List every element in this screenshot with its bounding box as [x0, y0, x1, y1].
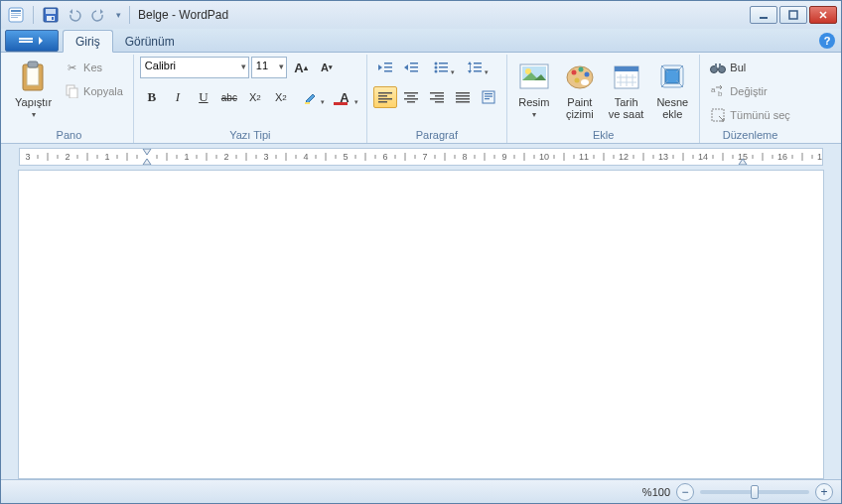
shrink-font-button[interactable]: A▾: [315, 57, 339, 78]
zoom-out-button[interactable]: −: [676, 483, 694, 501]
svg-text:2: 2: [223, 152, 228, 162]
horizontal-ruler[interactable]: 3211234567891011121314151617: [19, 148, 823, 166]
svg-rect-41: [404, 98, 418, 100]
minimize-button[interactable]: [750, 6, 777, 24]
copy-button[interactable]: Kopyala: [60, 80, 127, 102]
svg-rect-47: [456, 92, 470, 94]
insert-picture-button[interactable]: Resim ▾: [513, 57, 555, 121]
svg-text:4: 4: [303, 152, 308, 162]
svg-text:9: 9: [501, 152, 506, 162]
underline-button[interactable]: U: [192, 86, 215, 108]
svg-rect-2: [11, 13, 21, 14]
svg-text:12: 12: [619, 152, 629, 162]
svg-rect-46: [435, 101, 444, 103]
svg-rect-30: [439, 70, 448, 72]
align-center-button[interactable]: [399, 86, 423, 108]
tab-view[interactable]: Görünüm: [113, 31, 187, 52]
copy-icon: [64, 83, 79, 99]
qat-customize-icon[interactable]: ▾: [111, 4, 125, 26]
scissors-icon: ✂: [64, 60, 79, 75]
insert-paint-button[interactable]: Paint çizimi: [559, 57, 601, 122]
svg-text:3: 3: [25, 152, 30, 162]
insert-object-button[interactable]: Nesne ekle: [651, 57, 693, 122]
svg-text:1: 1: [184, 152, 189, 162]
calendar-icon: [611, 61, 642, 92]
svg-text:13: 13: [658, 152, 668, 162]
replace-icon: ab: [710, 83, 726, 99]
strikethrough-button[interactable]: abc: [217, 86, 241, 108]
undo-icon[interactable]: [64, 4, 85, 26]
svg-rect-6: [46, 9, 56, 14]
svg-point-62: [574, 78, 579, 83]
svg-rect-43: [430, 92, 444, 94]
paragraph-dialog-button[interactable]: [477, 86, 500, 108]
clipboard-icon: [18, 61, 50, 92]
align-justify-button[interactable]: [451, 86, 475, 108]
group-paragraph: ▾ ▾ Paragraf: [367, 55, 507, 143]
insert-date-button[interactable]: Tarih ve saat: [605, 57, 647, 122]
redo-icon[interactable]: [87, 4, 109, 26]
help-icon[interactable]: ?: [819, 33, 835, 49]
chevron-down-icon: ▾: [532, 110, 536, 119]
file-tab[interactable]: [5, 30, 59, 52]
document-page[interactable]: [18, 170, 824, 479]
svg-rect-11: [19, 38, 33, 40]
find-button[interactable]: Bul: [706, 57, 794, 78]
font-color-button[interactable]: A ▾: [329, 86, 360, 108]
app-window: ▾ Belge - WordPad Giriş Görünüm ?: [0, 0, 842, 504]
group-label-clipboard: Pano: [11, 128, 127, 143]
picture-icon: [518, 61, 550, 92]
maximize-button[interactable]: [779, 6, 807, 24]
group-editing: Bul ab Değiştir Tümünü seç: [700, 55, 800, 143]
paste-button[interactable]: Yapıştır ▾: [11, 57, 56, 121]
app-icon[interactable]: [5, 4, 27, 26]
svg-rect-76: [719, 63, 721, 67]
svg-rect-52: [485, 93, 492, 94]
subscript-button[interactable]: X2: [243, 86, 267, 108]
group-clipboard: Yapıştır ▾ ✂ Kes Kopyala Pano: [5, 55, 134, 143]
superscript-button[interactable]: X2: [269, 86, 293, 108]
align-left-button[interactable]: [373, 86, 397, 108]
svg-text:5: 5: [343, 152, 348, 162]
svg-rect-23: [410, 66, 418, 68]
ruler-area: 3211234567891011121314151617: [1, 144, 841, 168]
document-area: [1, 168, 841, 479]
svg-rect-42: [407, 101, 415, 103]
svg-rect-21: [384, 70, 392, 72]
svg-rect-65: [615, 66, 638, 71]
cut-button[interactable]: ✂ Kes: [60, 57, 127, 78]
select-all-button[interactable]: Tümünü seç: [706, 104, 794, 126]
grow-font-button[interactable]: A▴: [289, 57, 313, 78]
italic-button[interactable]: I: [166, 86, 190, 108]
save-icon[interactable]: [40, 4, 62, 26]
tab-home[interactable]: Giriş: [63, 30, 113, 53]
line-spacing-button[interactable]: ▾: [459, 57, 491, 78]
group-font: Calibri▾ 11▾ A▴ A▾ B I U abc X2: [134, 55, 367, 143]
highlight-button[interactable]: ▾: [295, 86, 327, 108]
svg-rect-45: [430, 98, 444, 100]
zoom-in-button[interactable]: +: [815, 483, 833, 501]
close-button[interactable]: [809, 6, 837, 24]
font-name-combo[interactable]: Calibri▾: [140, 57, 249, 78]
binoculars-icon: [710, 60, 726, 75]
svg-text:b: b: [718, 89, 723, 98]
bold-button[interactable]: B: [140, 86, 164, 108]
svg-text:a: a: [711, 85, 716, 94]
svg-rect-32: [474, 63, 482, 64]
chevron-down-icon: ▾: [279, 62, 284, 71]
align-right-button[interactable]: [425, 86, 449, 108]
svg-rect-4: [11, 17, 18, 18]
replace-button[interactable]: ab Değiştir: [706, 80, 794, 102]
svg-text:3: 3: [263, 152, 268, 162]
svg-text:10: 10: [539, 152, 549, 162]
svg-rect-18: [305, 102, 310, 104]
increase-indent-button[interactable]: [399, 57, 423, 78]
svg-rect-17: [70, 88, 77, 98]
zoom-slider[interactable]: [700, 490, 809, 494]
decrease-indent-button[interactable]: [373, 57, 397, 78]
bullets-button[interactable]: ▾: [425, 57, 457, 78]
svg-rect-24: [410, 70, 418, 72]
font-size-combo[interactable]: 11▾: [251, 57, 287, 78]
svg-text:11: 11: [579, 152, 589, 162]
svg-rect-10: [789, 11, 797, 19]
